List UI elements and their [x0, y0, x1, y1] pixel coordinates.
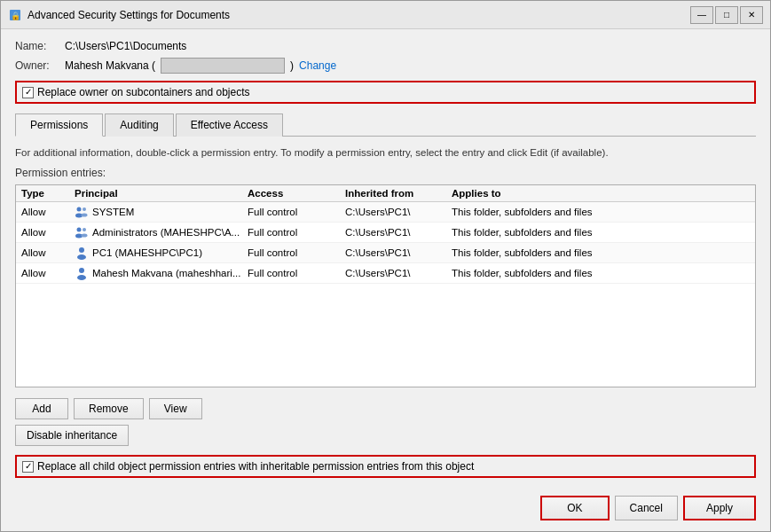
cell-inherited-2: C:\Users\PC1\	[345, 247, 452, 258]
cell-inherited-1: C:\Users\PC1\	[345, 227, 452, 238]
svg-point-8	[83, 228, 86, 231]
cell-principal-2: PC1 (MAHESHPC\PC1)	[75, 246, 248, 260]
cell-type-1: Allow	[21, 227, 75, 238]
user-icon	[75, 246, 89, 260]
window: 🔒 Advanced Security Settings for Documen…	[0, 0, 771, 532]
window-icon: 🔒	[8, 8, 22, 22]
minimize-button[interactable]: —	[690, 6, 713, 24]
svg-text:🔒: 🔒	[11, 11, 21, 21]
bottom-buttons: OK Cancel Apply	[1, 489, 770, 531]
svg-point-2	[77, 207, 82, 212]
change-link[interactable]: Change	[299, 59, 336, 72]
permission-entries-label: Permission entries:	[15, 167, 756, 179]
tab-auditing[interactable]: Auditing	[105, 113, 173, 137]
apply-button[interactable]: Apply	[683, 496, 756, 520]
tabs-container: Permissions Auditing Effective Access	[15, 113, 756, 137]
cell-access-3: Full control	[248, 268, 345, 278]
table-row[interactable]: Allow Mahesh Makvana (maheshhari... Full…	[16, 263, 755, 284]
owner-label: Owner:	[15, 59, 59, 72]
svg-point-6	[77, 228, 82, 232]
cell-access-2: Full control	[248, 247, 345, 258]
cell-inherited-0: C:\Users\PC1\	[345, 207, 452, 217]
permission-table: Type Principal Access Inherited from App…	[15, 184, 756, 387]
table-body: Allow SYSTEM Full control C:\Users\PC1\ …	[16, 202, 755, 284]
cell-applies-2: This folder, subfolders and files	[452, 247, 750, 258]
svg-point-4	[83, 207, 86, 211]
owner-name: Mahesh Makvana (	[65, 59, 155, 72]
disable-inheritance-row: Disable inheritance	[15, 425, 756, 446]
tab-description: For additional information, double-click…	[15, 147, 756, 158]
svg-point-5	[82, 214, 88, 217]
cell-principal-3: Mahesh Makvana (maheshhari...	[75, 266, 248, 280]
owner-box	[161, 58, 285, 74]
cell-type-3: Allow	[21, 268, 75, 278]
cell-principal-0: SYSTEM	[75, 205, 248, 219]
svg-point-9	[82, 234, 88, 238]
svg-point-13	[77, 275, 86, 280]
replace-child-checkbox[interactable]	[22, 461, 34, 473]
col-header-applies: Applies to	[452, 188, 750, 199]
cell-applies-3: This folder, subfolders and files	[452, 268, 750, 278]
view-button[interactable]: View	[149, 398, 202, 419]
remove-button[interactable]: Remove	[74, 398, 144, 419]
tab-permissions[interactable]: Permissions	[15, 113, 103, 137]
cancel-button[interactable]: Cancel	[615, 496, 678, 520]
replace-child-checkbox-row[interactable]: Replace all child object permission entr…	[15, 455, 756, 478]
replace-child-label: Replace all child object permission entr…	[37, 460, 474, 473]
col-header-type: Type	[21, 188, 75, 199]
svg-point-12	[79, 268, 84, 273]
table-row[interactable]: Allow Administrators (MAHESHPC\A... Full…	[16, 223, 755, 243]
user-icon	[75, 266, 89, 280]
col-header-access: Access	[248, 188, 345, 199]
replace-owner-label: Replace owner on subcontainers and objec…	[37, 86, 249, 98]
cell-applies-0: This folder, subfolders and files	[452, 207, 750, 217]
cell-access-0: Full control	[248, 207, 345, 217]
owner-row: Owner: Mahesh Makvana ( ) Change	[15, 58, 756, 74]
group-icon	[75, 225, 89, 239]
cell-type-2: Allow	[21, 247, 75, 258]
group-icon	[75, 205, 89, 219]
cell-inherited-3: C:\Users\PC1\	[345, 268, 452, 278]
table-row[interactable]: Allow PC1 (MAHESHPC\PC1) Full control C:…	[16, 243, 755, 263]
replace-owner-checkbox-row[interactable]: Replace owner on subcontainers and objec…	[15, 81, 756, 104]
table-header: Type Principal Access Inherited from App…	[16, 185, 755, 202]
action-buttons: Add Remove View	[15, 398, 756, 419]
replace-owner-checkbox[interactable]	[22, 87, 34, 98]
close-button[interactable]: ✕	[740, 6, 763, 24]
title-bar: 🔒 Advanced Security Settings for Documen…	[1, 1, 770, 29]
maximize-button[interactable]: □	[715, 6, 738, 24]
ok-button[interactable]: OK	[540, 496, 609, 520]
col-header-principal: Principal	[75, 188, 248, 199]
owner-name-end: )	[290, 59, 294, 72]
window-title: Advanced Security Settings for Documents	[28, 9, 690, 21]
main-content: Name: C:\Users\PC1\Documents Owner: Mahe…	[1, 29, 770, 489]
svg-point-10	[79, 247, 84, 253]
svg-point-11	[77, 254, 86, 260]
cell-type-0: Allow	[21, 207, 75, 217]
name-value: C:\Users\PC1\Documents	[65, 40, 186, 52]
table-row[interactable]: Allow SYSTEM Full control C:\Users\PC1\ …	[16, 202, 755, 223]
name-row: Name: C:\Users\PC1\Documents	[15, 40, 756, 52]
cell-applies-1: This folder, subfolders and files	[452, 227, 750, 238]
cell-access-1: Full control	[248, 227, 345, 238]
cell-principal-1: Administrators (MAHESHPC\A...	[75, 225, 248, 239]
tab-effective-access[interactable]: Effective Access	[176, 113, 283, 137]
col-header-inherited: Inherited from	[345, 188, 452, 199]
title-controls: — □ ✕	[690, 6, 763, 24]
disable-inheritance-button[interactable]: Disable inheritance	[15, 425, 129, 446]
add-button[interactable]: Add	[15, 398, 68, 419]
name-label: Name:	[15, 40, 59, 52]
